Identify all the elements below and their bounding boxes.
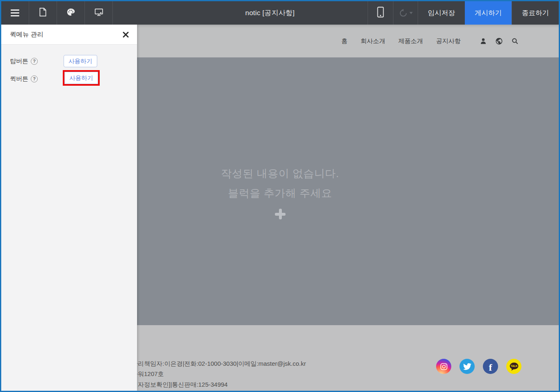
help-icon[interactable]: ? bbox=[31, 58, 38, 65]
page-icon bbox=[39, 8, 47, 18]
nav-item-products[interactable]: 제품소개 bbox=[398, 37, 423, 45]
annotation-red-box: 사용하기 bbox=[63, 70, 100, 86]
footer-line: 타워1207호 bbox=[132, 369, 306, 379]
site-nav: 홈 회사소개 제품소개 공지사항 bbox=[341, 25, 519, 57]
top-button-label: 탑버튼 ? bbox=[10, 57, 64, 65]
nav-item-notice[interactable]: 공지사항 bbox=[436, 37, 461, 45]
undo-icon bbox=[399, 9, 413, 18]
nav-icon-group bbox=[480, 37, 519, 45]
user-icon[interactable] bbox=[480, 37, 487, 45]
footer-info-text: 관리책임자:이은경|전화:02-1000-3030|이메일:master@jsk… bbox=[132, 358, 306, 390]
mobile-preview-button[interactable] bbox=[368, 1, 393, 25]
chevron-down-icon bbox=[409, 12, 413, 14]
toolbar-right-group: 임시저장 게시하기 종료하기 bbox=[368, 1, 559, 25]
temp-save-button[interactable]: 임시저장 bbox=[418, 1, 465, 25]
add-block-plus-icon[interactable] bbox=[275, 209, 286, 219]
kakao-talk-label: TALK bbox=[510, 365, 517, 367]
smartphone-icon bbox=[377, 7, 384, 19]
globe-icon[interactable] bbox=[495, 37, 503, 45]
close-icon[interactable] bbox=[123, 32, 129, 38]
publish-button[interactable]: 게시하기 bbox=[465, 1, 512, 25]
top-button-use-button[interactable]: 사용하기 bbox=[64, 55, 97, 67]
nav-item-company[interactable]: 회사소개 bbox=[361, 37, 385, 45]
editor-window: 홈 회사소개 제품소개 공지사항 작성된 내용이 없습니다 bbox=[0, 0, 560, 392]
kakaotalk-icon[interactable]: TALK bbox=[506, 359, 521, 374]
nav-item-home[interactable]: 홈 bbox=[341, 37, 347, 45]
editor-toolbar: notic [공지사항] 임시저장 게시하기 종료하기 bbox=[1, 1, 559, 25]
panel-title: 퀵메뉴 관리 bbox=[10, 30, 123, 39]
search-icon[interactable] bbox=[511, 37, 519, 45]
display-button[interactable] bbox=[85, 1, 113, 25]
social-icons-row: f TALK bbox=[436, 359, 521, 374]
menu-button[interactable] bbox=[1, 1, 29, 25]
exit-button[interactable]: 종료하기 bbox=[512, 1, 559, 25]
footer-line: 관리책임자:이은경|전화:02-1000-3030|이메일:master@jsk… bbox=[132, 358, 306, 369]
quickmenu-panel: 퀵메뉴 관리 탑버튼 ? 사용하기 퀵버튼 ? 사용하기 bbox=[1, 25, 137, 391]
help-icon[interactable]: ? bbox=[31, 75, 38, 82]
monitor-icon bbox=[94, 8, 103, 18]
document-title: notic [공지사항] bbox=[245, 1, 295, 25]
panel-header: 퀵메뉴 관리 bbox=[1, 25, 137, 45]
page-button[interactable] bbox=[29, 1, 57, 25]
instagram-icon[interactable] bbox=[436, 359, 451, 374]
quick-button-row: 퀵버튼 ? 사용하기 bbox=[10, 73, 137, 85]
palette-icon bbox=[66, 8, 75, 18]
empty-message-line2: 블럭을 추가해 주세요 bbox=[228, 183, 332, 203]
panel-body: 탑버튼 ? 사용하기 퀵버튼 ? 사용하기 bbox=[1, 45, 137, 85]
hamburger-icon bbox=[11, 9, 19, 16]
undo-button[interactable] bbox=[393, 1, 418, 25]
twitter-icon[interactable] bbox=[459, 359, 475, 374]
quick-button-use-button[interactable]: 사용하기 bbox=[64, 72, 98, 84]
quick-button-label-text: 퀵버튼 bbox=[10, 75, 28, 83]
top-button-row: 탑버튼 ? 사용하기 bbox=[10, 55, 137, 67]
top-button-label-text: 탑버튼 bbox=[10, 57, 28, 65]
quick-button-label: 퀵버튼 ? bbox=[10, 75, 64, 83]
empty-message-line1: 작성된 내용이 없습니다. bbox=[221, 164, 339, 183]
footer-line: 업자정보확인]|통신판매:125-34994 bbox=[132, 379, 306, 390]
facebook-icon[interactable]: f bbox=[483, 359, 498, 374]
facebook-f-glyph: f bbox=[489, 362, 492, 373]
design-button[interactable] bbox=[57, 1, 85, 25]
